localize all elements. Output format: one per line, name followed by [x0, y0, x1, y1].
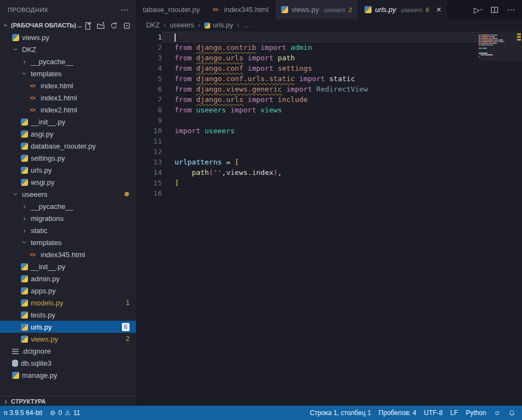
new-folder-icon[interactable]	[97, 21, 105, 30]
python-file-icon	[21, 299, 28, 307]
code-line[interactable]: 1	[137, 32, 522, 42]
status-encoding[interactable]: UTF-8	[420, 406, 446, 420]
workspace-section-header[interactable]: › (РАБОЧАЯ ОБЛАСТЬ) ...	[0, 19, 136, 31]
file-tree: views.py›DKZ›__pycache__›templates<>inde…	[0, 31, 136, 396]
collapse-all-icon[interactable]	[123, 21, 131, 30]
status-problems[interactable]: ⊘ 0 ⚠ 11	[46, 406, 84, 420]
tab-directory-hint: useeers	[401, 7, 422, 13]
refresh-icon[interactable]	[110, 21, 118, 30]
tree-folder-__pycache__[interactable]: ›__pycache__	[0, 55, 136, 67]
tree-item-label: useeers	[22, 190, 47, 198]
tree-file-index2.html[interactable]: <>index2.html	[0, 104, 136, 116]
tree-folder-static[interactable]: ›static	[0, 224, 136, 236]
status-python-interpreter[interactable]: n 3.9.5 64-bit	[0, 406, 46, 420]
code-line[interactable]: 16	[137, 188, 522, 198]
tree-folder-templates[interactable]: ›templates	[0, 236, 136, 248]
tab-index345.html[interactable]: <>index345.html	[206, 0, 275, 19]
chevron-down-icon: ›	[21, 70, 29, 77]
breadcrumb-item[interactable]: urls.py	[204, 21, 233, 29]
tree-folder-__pycache__[interactable]: ›__pycache__	[0, 200, 136, 212]
code-line[interactable]: 8from useeers import views	[137, 105, 522, 115]
explorer-actions	[83, 21, 131, 30]
tree-file-__init__.py[interactable]: __init__.py	[0, 116, 136, 128]
tree-folder-migrations[interactable]: ›migrations	[0, 212, 136, 224]
tab-close-icon[interactable]: ×	[436, 5, 441, 14]
code-line[interactable]: 12	[137, 146, 522, 157]
tree-file-settings.py[interactable]: settings.py	[0, 152, 136, 164]
tree-file-views.py[interactable]: views.py2	[0, 333, 136, 345]
tree-file-views.py[interactable]: views.py	[0, 31, 136, 43]
status-indentation[interactable]: Пробелов: 4	[375, 406, 420, 420]
code-line[interactable]: 13urlpatterns = [	[137, 157, 522, 167]
tree-item-label: index345.html	[41, 251, 85, 259]
python-file-icon	[204, 22, 210, 29]
code-line[interactable]: 3from django.urls import path	[137, 53, 522, 63]
tree-file-urls.py[interactable]: urls.py	[0, 164, 136, 176]
code-line[interactable]: 2from django.contrib import admin	[137, 42, 522, 53]
python-file-icon	[21, 275, 28, 282]
chevron-right-icon: ›	[21, 58, 28, 65]
html-file-icon: <>	[30, 252, 38, 258]
split-editor-button[interactable]	[491, 6, 498, 14]
new-file-icon[interactable]	[83, 21, 92, 30]
tree-file-asgi.py[interactable]: asgi.py	[0, 128, 136, 140]
breadcrumb-separator-icon: ›	[198, 21, 200, 29]
tab-tabase_roouter.py[interactable]: tabase_roouter.py	[137, 0, 206, 19]
code-line[interactable]: 7from django.urls import include	[137, 94, 522, 105]
minimap[interactable]	[479, 33, 516, 59]
tab-views.py[interactable]: views.pyuseeers2	[275, 0, 358, 19]
tree-file-admin.py[interactable]: admin.py	[0, 273, 136, 285]
code-line[interactable]: 10import useeers	[137, 126, 522, 136]
encoding-label: UTF-8	[424, 409, 442, 417]
warning-mark	[517, 39, 521, 41]
tree-file-index345.html[interactable]: <>index345.html	[0, 248, 136, 260]
code-line[interactable]: 15]	[137, 178, 522, 188]
breadcrumb-item[interactable]: ...	[243, 21, 249, 29]
tree-file-__init__.py[interactable]: __init__.py	[0, 260, 136, 273]
status-eol[interactable]: LF	[446, 406, 462, 420]
code-line[interactable]: 5from django.conf.urls.static import sta…	[137, 73, 522, 84]
tree-folder-useeers[interactable]: ›useeers	[0, 188, 136, 200]
run-python-file-button[interactable]: ▷ ›	[474, 5, 482, 14]
tree-item-label: models.py	[31, 299, 63, 307]
tree-file-.dcignore[interactable]: .dcignore	[0, 345, 136, 357]
code-line[interactable]: 4from django.conf import settings	[137, 63, 522, 73]
tree-file-index.html[interactable]: <>index.html	[0, 80, 136, 92]
status-language[interactable]: Python	[462, 406, 490, 420]
code-editor[interactable]: 12from django.contrib import admin3from …	[137, 31, 522, 406]
tree-item-label: templates	[31, 239, 61, 247]
tree-item-label: DKZ	[22, 46, 36, 54]
tree-file-manage.py[interactable]: manage.py	[0, 369, 136, 381]
code-line[interactable]: 14 path('',views.index),	[137, 167, 522, 178]
code-line[interactable]: 9	[137, 115, 522, 126]
tree-file-apps.py[interactable]: apps.py	[0, 285, 136, 297]
tree-file-index1.html[interactable]: <>index1.html	[0, 92, 136, 104]
code-line[interactable]: 6from django.views.generic import Redire…	[137, 84, 522, 94]
explorer-header: ПРОВОДНИК ⋯	[0, 0, 136, 19]
overview-ruler[interactable]	[516, 31, 522, 406]
python-file-icon	[21, 143, 28, 150]
tree-file-database_roouter.py[interactable]: database_roouter.py	[0, 140, 136, 152]
tree-file-db.sqlite3[interactable]: db.sqlite3	[0, 357, 136, 369]
python-file-icon	[21, 155, 28, 162]
breadcrumb-label: useeers	[170, 21, 194, 29]
explorer-more-icon[interactable]: ⋯	[120, 5, 128, 15]
tree-folder-templates[interactable]: ›templates	[0, 67, 136, 80]
status-notifications[interactable]	[504, 406, 519, 420]
tab-urls.py[interactable]: urls.pyuseeers6×	[358, 0, 448, 19]
tree-file-tests.py[interactable]: tests.py	[0, 309, 136, 321]
outline-section-header[interactable]: › СТРУКТУРА	[0, 396, 136, 406]
editor-group: tabase_roouter.py<>index345.htmlviews.py…	[137, 0, 522, 406]
warnings-icon: ⚠	[65, 409, 71, 417]
breadcrumb-item[interactable]: DKZ	[146, 21, 160, 29]
status-feedback[interactable]: ☺	[490, 406, 504, 420]
tree-folder-DKZ[interactable]: ›DKZ	[0, 43, 136, 55]
tree-file-wsgi.py[interactable]: wsgi.py	[0, 176, 136, 188]
code-line[interactable]: 11	[137, 136, 522, 146]
breadcrumb-item[interactable]: useeers	[170, 21, 194, 29]
editor-more-button[interactable]: ⋯	[507, 5, 515, 15]
tree-file-urls.py[interactable]: urls.py6	[0, 321, 136, 333]
breadcrumb-label: DKZ	[146, 21, 160, 29]
tree-file-models.py[interactable]: models.py1	[0, 297, 136, 309]
status-cursor-position[interactable]: Строка 1, столбец 1	[306, 406, 374, 420]
